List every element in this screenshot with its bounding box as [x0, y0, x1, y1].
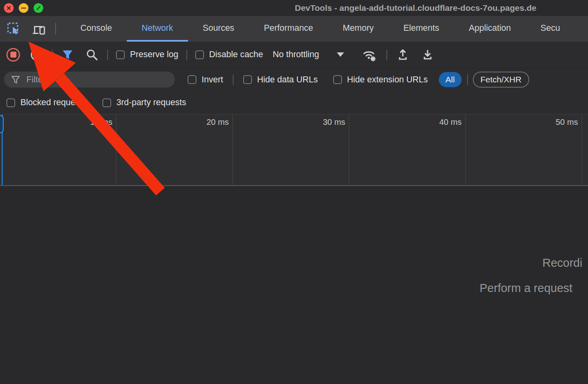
timeline-section: 30 ms: [233, 114, 349, 185]
tab-console[interactable]: Console: [66, 16, 127, 42]
request-type-fetch-xhr-button[interactable]: Fetch/XHR: [473, 72, 529, 88]
zoom-icon: [36, 6, 40, 10]
clear-icon: [30, 48, 44, 62]
close-button[interactable]: [4, 3, 14, 13]
export-har-icon: [420, 47, 435, 62]
window-title: DevTools - angela-add-tutorial.cloudflar…: [295, 0, 536, 16]
window-controls: [4, 3, 43, 13]
timeline-section: 20 ms: [116, 114, 233, 185]
filter-field[interactable]: [4, 72, 175, 88]
timeline-tick-label: 50 ms: [556, 117, 578, 127]
tab-security[interactable]: Secu: [526, 16, 575, 42]
empty-state-recording-text: Recordi: [542, 256, 582, 270]
minimize-icon: [21, 8, 26, 9]
third-party-requests-checkbox[interactable]: 3rd-party requests: [102, 98, 186, 108]
tab-memory[interactable]: Memory: [328, 16, 389, 42]
import-har-icon: [395, 47, 410, 62]
timeline-section: [582, 114, 588, 185]
network-conditions-button[interactable]: [361, 47, 378, 63]
tab-sources[interactable]: Sources: [188, 16, 249, 42]
titlebar: DevTools - angela-add-tutorial.cloudflar…: [0, 0, 588, 16]
tab-elements[interactable]: Elements: [388, 16, 454, 42]
timeline-section: 40 ms: [349, 114, 466, 185]
minimize-button[interactable]: [19, 3, 28, 13]
inspect-element-button[interactable]: [5, 16, 22, 42]
export-har-button[interactable]: [420, 47, 435, 62]
network-filter-row: Invert Hide data URLs Hide extension URL…: [0, 68, 588, 91]
blocked-requests-checkbox[interactable]: Blocked requests: [6, 98, 86, 108]
network-conditions-icon: [361, 47, 378, 63]
checkbox-box: [195, 50, 204, 59]
search-button[interactable]: [85, 48, 99, 62]
timeline-scrubber-handle[interactable]: [0, 115, 4, 133]
record-icon: [6, 48, 20, 62]
filter-funnel-icon: [61, 48, 74, 62]
inspect-icon: [6, 21, 21, 36]
device-toolbar-icon: [30, 21, 46, 36]
network-toolbar: Preserve log Disable cache No throttling: [0, 42, 588, 68]
timeline-tick-label: 10 ms: [90, 117, 112, 127]
filter-icon: [10, 74, 21, 85]
import-har-button[interactable]: [395, 47, 410, 62]
timeline-tick-label: 20 ms: [206, 117, 229, 127]
hide-data-urls-checkbox[interactable]: Hide data URLs: [243, 75, 318, 85]
network-overview-timeline[interactable]: 10 ms 20 ms 30 ms 40 ms 50 ms: [0, 114, 588, 186]
timeline-section: 50 ms: [466, 114, 582, 185]
zoom-button[interactable]: [34, 3, 43, 13]
filter-input[interactable]: [26, 75, 168, 85]
invert-checkbox[interactable]: Invert: [188, 75, 223, 85]
tabbar-separator: [55, 23, 56, 35]
throttling-caret-icon: [337, 52, 344, 57]
tab-network[interactable]: Network: [127, 16, 188, 42]
clear-network-log-button[interactable]: [30, 48, 44, 62]
request-type-all-button[interactable]: All: [439, 72, 462, 87]
hide-extension-urls-checkbox[interactable]: Hide extension URLs: [333, 75, 428, 85]
timeline-section: 10 ms: [0, 114, 116, 185]
timeline-tick-label: 30 ms: [323, 117, 345, 127]
checkbox-box: [116, 50, 125, 59]
preserve-log-checkbox[interactable]: Preserve log: [116, 50, 178, 60]
devtools-tabbar: Console Network Sources Performance Memo…: [0, 16, 588, 42]
timeline-tick-label: 40 ms: [439, 117, 462, 127]
search-icon: [85, 48, 99, 62]
empty-state-perform-request-text: Perform a request: [480, 282, 572, 295]
disable-cache-checkbox[interactable]: Disable cache: [195, 50, 263, 60]
device-toolbar-button[interactable]: [30, 16, 47, 42]
request-filter-row: Blocked requests 3rd-party requests: [0, 91, 588, 114]
tab-performance[interactable]: Performance: [249, 16, 328, 42]
record-network-log-button[interactable]: [6, 48, 20, 62]
throttling-select[interactable]: No throttling: [273, 50, 344, 60]
tab-application[interactable]: Application: [454, 16, 526, 42]
filter-toggle-button[interactable]: [61, 48, 74, 62]
